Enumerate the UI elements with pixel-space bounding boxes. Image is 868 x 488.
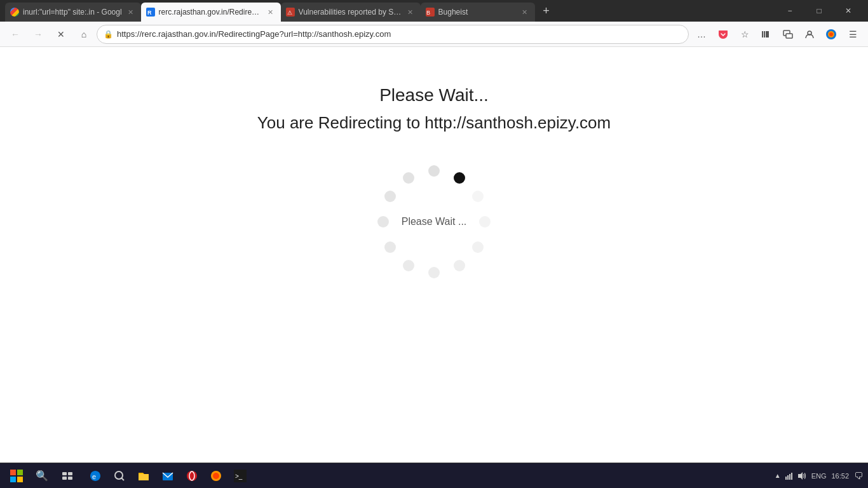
reload-button[interactable]: ✕	[51, 24, 71, 44]
back-button[interactable]: ←	[5, 24, 25, 44]
spinner-dot-3	[479, 216, 491, 227]
google-favicon	[10, 8, 19, 17]
spinner-dot-9	[377, 216, 389, 227]
opera-icon	[186, 470, 198, 482]
svg-rect-10	[786, 34, 792, 38]
nav-bar: ← → ✕ ⌂ 🔒 https://rerc.rajasthan.gov.in/…	[0, 22, 868, 47]
spinner-dot-11	[403, 172, 414, 184]
url-text: https://rerc.rajasthan.gov.in/Redirectin…	[117, 29, 682, 39]
tab-google[interactable]: inurl:"url=http" site:.in - Googl ✕	[5, 3, 141, 22]
window-controls: − □ ✕	[775, 1, 863, 21]
svg-rect-15	[10, 470, 16, 475]
spinner-dot-1	[454, 172, 465, 184]
taskbar-clock[interactable]: 16:52	[831, 472, 849, 480]
address-bar[interactable]: 🔒 https://rerc.rajasthan.gov.in/Redirect…	[97, 25, 689, 44]
network-icon[interactable]	[785, 471, 794, 480]
library-button[interactable]	[756, 24, 776, 44]
svg-rect-34	[785, 477, 787, 480]
spinner-dot-2	[472, 191, 484, 202]
taskbar-apps: e	[84, 464, 252, 487]
nav-actions: … ☆	[691, 24, 863, 44]
spinner-dot-10	[384, 191, 396, 202]
bugheist-favicon: B	[426, 8, 435, 17]
svg-text:⚠: ⚠	[287, 10, 292, 16]
synced-tabs-icon	[783, 29, 793, 39]
tab-vuln-label: Vulnerabilities reported by San…	[299, 8, 402, 17]
tab-google-close[interactable]: ✕	[126, 7, 136, 17]
more-button[interactable]: …	[691, 24, 712, 44]
home-button[interactable]: ⌂	[74, 24, 94, 44]
spinner-container: Please Wait ...	[370, 158, 498, 285]
title-bar: inurl:"url=http" site:.in - Googl ✕ R re…	[0, 0, 868, 22]
page-subheading: You are Redirecting to http://santhosh.e…	[257, 113, 611, 133]
tab-vuln-close[interactable]: ✕	[405, 7, 416, 17]
spinner-dots	[370, 158, 498, 285]
firefox-app-icon	[210, 470, 222, 482]
svg-text:>_: >_	[235, 473, 243, 480]
forward-button[interactable]: →	[28, 24, 48, 44]
new-tab-button[interactable]: +	[538, 2, 555, 20]
notification-button[interactable]: 🗨	[854, 471, 863, 481]
taskbar-right: ▲ ENG 16:52 🗨	[775, 471, 863, 481]
close-button[interactable]: ✕	[834, 1, 863, 21]
spinner-dot-4	[472, 241, 484, 253]
menu-button[interactable]: ☰	[843, 24, 863, 44]
firefox-button[interactable]	[821, 24, 841, 44]
spinner-dot-8	[384, 241, 396, 253]
taskbar-opera-app[interactable]	[180, 464, 203, 487]
tab-vulnerabilities[interactable]: ⚠ Vulnerabilities reported by San… ✕	[281, 3, 421, 22]
profile-button[interactable]	[799, 24, 820, 44]
spinner-dot-7	[403, 260, 414, 271]
taskbar-firefox-app[interactable]	[205, 464, 227, 487]
star-button[interactable]: ☆	[735, 24, 755, 44]
taskbar-edge-app[interactable]: e	[84, 464, 107, 487]
svg-rect-20	[68, 472, 72, 475]
taskbar-cortana-button[interactable]	[56, 464, 79, 487]
maximize-button[interactable]: □	[804, 1, 834, 21]
tab-bugheist-close[interactable]: ✕	[520, 7, 530, 17]
tab-rajasthan-label: rerc.rajasthan.gov.in/Redirectin...	[159, 8, 262, 17]
svg-point-27	[187, 471, 197, 481]
tray-arrow[interactable]: ▲	[775, 472, 781, 479]
windows-start-icon	[10, 470, 23, 482]
rajasthan-favicon: R	[146, 8, 155, 17]
svg-rect-22	[68, 477, 72, 480]
library-icon	[761, 29, 771, 39]
synced-tabs-button[interactable]	[778, 24, 798, 44]
pocket-button[interactable]	[713, 24, 733, 44]
tab-rajasthan[interactable]: R rerc.rajasthan.gov.in/Redirectin... ✕	[141, 3, 281, 22]
svg-rect-16	[17, 470, 23, 475]
volume-icon[interactable]	[797, 471, 806, 480]
svg-text:B: B	[426, 10, 430, 16]
profile-icon	[804, 29, 815, 39]
tab-rajasthan-close[interactable]: ✕	[266, 7, 276, 17]
taskbar-file-explorer-app[interactable]	[132, 464, 155, 487]
taskbar-cmd-app[interactable]: >_	[229, 464, 252, 487]
page-heading: Please Wait...	[379, 85, 489, 105]
taskbar-mail-app[interactable]	[156, 464, 179, 487]
taskbar-search-app[interactable]	[108, 464, 131, 487]
svg-rect-36	[789, 474, 790, 480]
file-explorer-icon	[137, 470, 150, 482]
svg-point-31	[215, 475, 217, 477]
lang-indicator: ENG	[811, 472, 827, 480]
pocket-icon	[718, 29, 728, 39]
svg-text:e: e	[92, 473, 96, 480]
cmd-icon: >_	[234, 470, 247, 482]
tab-bugheist[interactable]: B Bugheist ✕	[421, 3, 535, 22]
taskbar-search-button[interactable]: 🔍	[31, 464, 53, 487]
taskbar: 🔍 e	[0, 463, 868, 488]
start-button[interactable]	[5, 464, 28, 487]
svg-text:R: R	[147, 10, 152, 16]
edge-app-icon: e	[89, 470, 102, 482]
svg-rect-17	[10, 477, 16, 482]
taskbar-time-value: 16:52	[831, 472, 849, 480]
svg-rect-6	[762, 31, 763, 37]
vuln-favicon: ⚠	[286, 8, 295, 17]
minimize-button[interactable]: −	[775, 1, 804, 21]
page-content: Please Wait... You are Redirecting to ht…	[0, 47, 868, 463]
svg-line-25	[121, 478, 124, 480]
svg-marker-38	[798, 472, 803, 480]
svg-rect-8	[766, 31, 769, 37]
svg-rect-21	[62, 477, 67, 480]
